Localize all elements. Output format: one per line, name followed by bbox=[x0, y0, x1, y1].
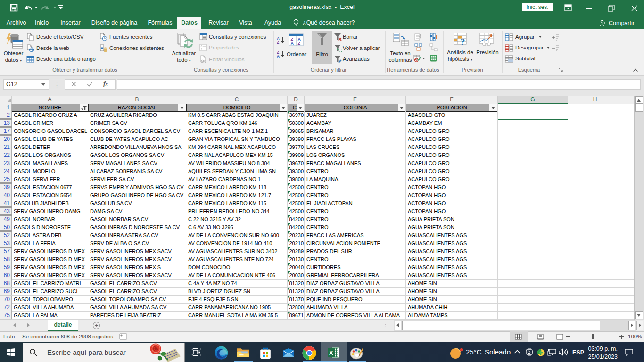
svg-text:A: A bbox=[291, 41, 294, 46]
svg-text:?: ? bbox=[460, 36, 465, 47]
svg-text:X: X bbox=[329, 349, 333, 356]
svg-text:Z: Z bbox=[277, 40, 279, 44]
svg-text:A: A bbox=[277, 54, 280, 58]
svg-text:Z: Z bbox=[298, 41, 301, 46]
